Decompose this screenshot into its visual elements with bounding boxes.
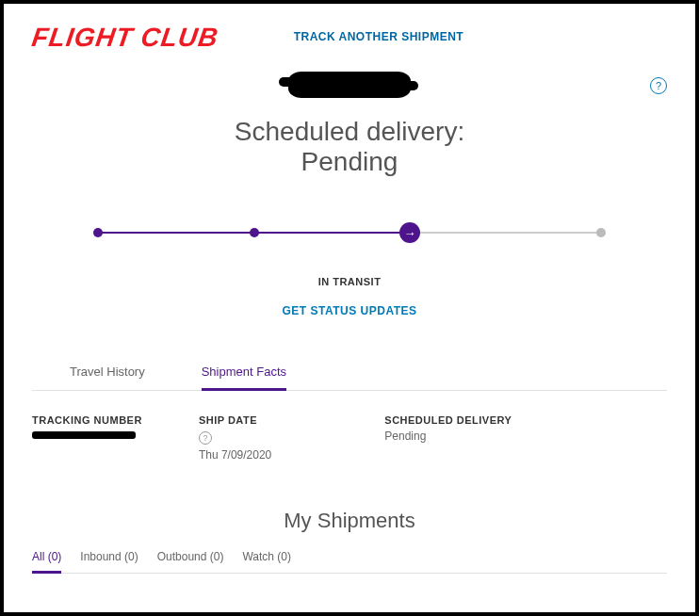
scheduled-delivery-value: Pending bbox=[32, 147, 667, 177]
redacted-tracking-number bbox=[32, 431, 136, 439]
progress-step-3-current: → bbox=[399, 222, 420, 243]
track-another-shipment-link[interactable]: TRACK ANOTHER SHIPMENT bbox=[294, 23, 464, 43]
progress-step-4 bbox=[596, 228, 606, 237]
scheduled-delivery-fact-label: SCHEDULED DELIVERY bbox=[384, 414, 512, 426]
help-icon[interactable]: ? bbox=[650, 77, 667, 94]
shipment-facts-panel: TRACKING NUMBER SHIP DATE ? Thu 7/09/202… bbox=[32, 414, 667, 462]
detail-tabs: Travel History Shipment Facts bbox=[32, 365, 667, 391]
logo: FLIGHT CLUB bbox=[30, 23, 220, 53]
status-label: IN TRANSIT bbox=[32, 276, 667, 287]
tab-shipment-facts[interactable]: Shipment Facts bbox=[202, 365, 286, 391]
progress-bar: → bbox=[98, 224, 601, 243]
ship-date-label: SHIP DATE bbox=[199, 414, 271, 426]
tracking-number-label: TRACKING NUMBER bbox=[32, 414, 142, 426]
ship-tab-watch[interactable]: Watch (0) bbox=[242, 550, 291, 573]
ship-tab-all[interactable]: All (0) bbox=[32, 550, 61, 574]
progress-step-2 bbox=[250, 228, 259, 237]
ship-tab-inbound[interactable]: Inbound (0) bbox=[80, 550, 138, 573]
redacted-tracking-id bbox=[288, 72, 411, 98]
arrow-right-icon: → bbox=[404, 226, 416, 240]
tab-travel-history[interactable]: Travel History bbox=[70, 365, 145, 390]
scheduled-delivery-label: Scheduled delivery: bbox=[32, 117, 667, 147]
get-status-updates-link[interactable]: GET STATUS UPDATES bbox=[32, 304, 667, 317]
ship-date-help-icon[interactable]: ? bbox=[199, 431, 212, 445]
ship-date-value: Thu 7/09/2020 bbox=[199, 448, 271, 462]
my-shipments-title: My Shipments bbox=[32, 509, 667, 533]
ship-tab-outbound[interactable]: Outbound (0) bbox=[157, 550, 224, 573]
progress-step-1 bbox=[93, 228, 103, 237]
scheduled-delivery-fact-value: Pending bbox=[384, 430, 512, 443]
my-shipments-tabs: All (0) Inbound (0) Outbound (0) Watch (… bbox=[32, 550, 667, 574]
